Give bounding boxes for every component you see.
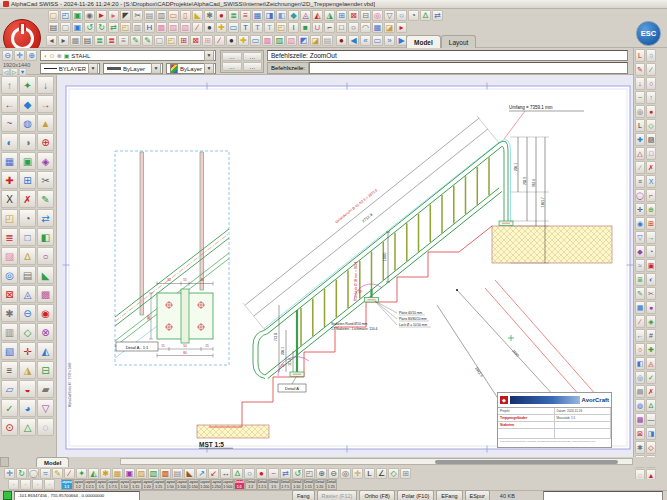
corner-l-icon[interactable]: L (635, 49, 645, 62)
layer-flag-icon[interactable]: ≣ (228, 10, 239, 21)
mix-e-icon[interactable]: ◪ (310, 35, 321, 46)
dot-icon[interactable]: ● (204, 22, 215, 33)
highlight-icon[interactable]: H (144, 22, 155, 33)
tri-y-icon[interactable]: ▲ (37, 114, 54, 132)
x-b-icon[interactable]: ✗ (646, 385, 656, 398)
circ-b-icon[interactable]: ○ (646, 77, 656, 90)
ring-b-icon[interactable]: ◎ (1, 266, 18, 284)
tri-r2-icon[interactable]: ◮ (19, 361, 36, 379)
circ-q-icon[interactable]: ◕ (19, 399, 36, 417)
zoom-in-icon[interactable]: ⊕ (26, 50, 37, 61)
gear-icon[interactable]: ✱ (204, 10, 215, 21)
wave-a-icon[interactable]: ≈ (635, 259, 645, 272)
delta-icon[interactable]: ∆ (420, 10, 431, 21)
command-input[interactable] (313, 63, 624, 73)
corner-r-icon[interactable]: L (635, 119, 645, 132)
delta-a-icon[interactable]: ∆ (646, 399, 656, 412)
oplus-icon[interactable]: ⊕ (37, 133, 54, 151)
layout-scale-1-250[interactable]: Layout1:250 (211, 479, 223, 490)
dia-g-icon[interactable]: ◇ (19, 323, 36, 341)
circle-icon[interactable]: ○ (348, 22, 359, 33)
stripe-flag-icon[interactable]: ≡ (240, 10, 251, 21)
scrollbar-thumb[interactable] (435, 460, 618, 464)
circ-a-icon[interactable]: ○ (646, 49, 656, 62)
arrow-sw-icon[interactable]: ↙ (208, 468, 219, 479)
pen-r-icon[interactable]: ✎ (635, 63, 645, 76)
stamp-icon[interactable]: ▣ (124, 468, 135, 479)
image-icon[interactable]: ▦ (372, 22, 383, 33)
pan-tool-icon[interactable]: ✛ (4, 468, 15, 479)
dense-a-icon[interactable]: ▩ (635, 413, 645, 426)
clock-icon[interactable]: ◔ (408, 10, 419, 21)
title-bar[interactable]: AlphaCad SWISS - 2024-11-26 11:24:20 - [… (0, 0, 667, 9)
win-b-icon[interactable]: ⊞ (19, 171, 36, 189)
delta-y-icon[interactable]: ∆ (19, 247, 36, 265)
dash-b-icon[interactable]: — (646, 413, 656, 426)
select-icon[interactable]: ◤ (120, 10, 131, 21)
layout-scale-1-5[interactable]: Layout1:5 (96, 479, 108, 490)
more-options-1[interactable]: ··· (222, 52, 242, 61)
layout-scale-1-7-5[interactable]: Layout1:7.5 (107, 479, 119, 490)
column-icon[interactable]: ▯ (180, 10, 191, 21)
layout-scale-1-15[interactable]: Layout1:15 (130, 479, 142, 490)
half-g-icon[interactable]: ◧ (37, 228, 54, 246)
plus-r-icon[interactable]: ✚ (1, 171, 18, 189)
stop-icon[interactable]: ● (336, 35, 347, 46)
clipboard-icon[interactable]: ▥ (132, 22, 143, 33)
text-b-icon[interactable]: T (252, 22, 263, 33)
ortho-t-icon[interactable]: L (364, 468, 375, 479)
wave-icon[interactable]: ~ (1, 114, 18, 132)
cut-icon[interactable]: ✂ (132, 10, 143, 21)
rows-a-icon[interactable]: ▤ (635, 385, 645, 398)
print-icon[interactable]: ▤ (48, 22, 59, 33)
cloud-icon[interactable]: ◯ (28, 468, 39, 479)
wedge-icon[interactable]: ◣ (192, 10, 203, 21)
rect-icon[interactable]: □ (336, 22, 347, 33)
print-b-icon[interactable]: ▤ (82, 35, 93, 46)
layout-scale-1-150[interactable]: Layout1:150 (188, 479, 200, 490)
box-c-icon[interactable]: ▦ (635, 301, 645, 314)
profile-icon[interactable]: ∆ (232, 468, 243, 479)
rewind-icon[interactable]: « (360, 35, 371, 46)
color-dropdown-arrow[interactable]: ▼ (204, 63, 214, 74)
swatch-a-icon[interactable]: ▩ (156, 22, 167, 33)
snap-star-icon[interactable]: ✦ (19, 76, 36, 94)
x-dim-icon[interactable]: X (1, 190, 18, 208)
toggle-ortho-f8-[interactable]: Ortho (F8) (359, 490, 394, 500)
knife-icon[interactable]: ∕ (64, 468, 75, 479)
back-icon[interactable]: ◀ (348, 35, 359, 46)
bars-d-icon[interactable]: ≡ (1, 361, 18, 379)
layout-scale-1-100[interactable]: Layout1:100 (176, 479, 188, 490)
dia-c-icon[interactable]: ◇ (646, 441, 656, 454)
osnap-icon[interactable]: ◇ (388, 468, 399, 479)
ominus-icon[interactable]: ⊖ (19, 304, 36, 322)
sq-g-icon[interactable]: ▣ (19, 152, 36, 170)
plus-icon[interactable]: ✚ (216, 22, 227, 33)
lineweight-dropdown-arrow[interactable]: ▼ (151, 63, 161, 74)
dia-b-icon[interactable]: ◈ (646, 315, 656, 328)
toggle-fang[interactable]: Fang (292, 490, 315, 500)
half-a-icon[interactable]: ◐ (646, 273, 656, 286)
circ-e-icon[interactable]: ○ (635, 343, 645, 356)
gem-icon[interactable]: ◆ (288, 10, 299, 21)
box-icon[interactable]: ▭ (168, 10, 179, 21)
hist-d-icon[interactable]: · (44, 479, 55, 490)
gem-b-icon[interactable]: ◆ (19, 95, 36, 113)
plus-a-icon[interactable]: ✚ (635, 133, 645, 146)
slash-b-icon[interactable]: ∕ (635, 315, 645, 328)
polar-t-icon[interactable]: ∠ (376, 468, 387, 479)
tri-c-icon[interactable]: ▽ (635, 231, 645, 244)
leaf-icon[interactable]: ◭ (88, 468, 99, 479)
grid-t-icon[interactable]: ⊞ (400, 468, 411, 479)
layout-scale-1-2-5[interactable]: Layout1:2.5 (84, 479, 96, 490)
layout-scale-1-25[interactable]: Layout1:25 (153, 479, 165, 490)
orbit-icon[interactable]: ↻ (16, 468, 27, 479)
box-b-icon[interactable]: ⊞ (646, 217, 656, 230)
oplus-a-icon[interactable]: ⊕ (646, 203, 656, 216)
x-red-icon[interactable]: ✗ (19, 190, 36, 208)
detail-scale-1-2-5[interactable]: Detail1:2.5 (257, 479, 269, 490)
del-a-icon[interactable]: ✗ (646, 161, 656, 174)
next-icon[interactable]: ▸ (58, 35, 69, 46)
detail-scale-1-1[interactable]: Detail1:1 (234, 479, 246, 490)
tri-e-icon[interactable]: ◬ (646, 357, 656, 370)
